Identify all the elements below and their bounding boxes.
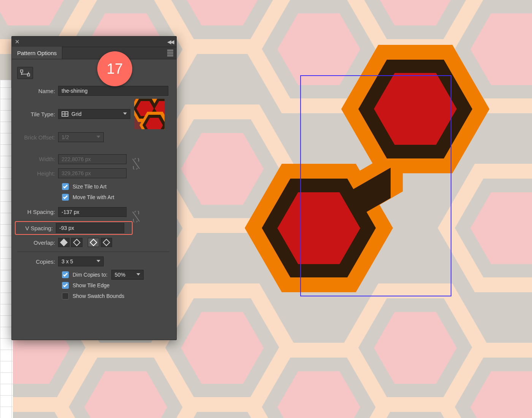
overlap-bottom-btn[interactable] bbox=[101, 238, 112, 247]
show-tile-edge-label: Show Tile Edge bbox=[73, 282, 109, 288]
brickoffset-label: Brick Offset: bbox=[17, 134, 58, 141]
tab-pattern-options[interactable]: Pattern Options bbox=[12, 47, 62, 59]
dimcopies-select[interactable]: 50% bbox=[111, 270, 144, 280]
link-broken-icon[interactable] bbox=[132, 158, 140, 171]
link-broken-icon[interactable] bbox=[132, 211, 140, 223]
vspacing-label: V Spacing: bbox=[17, 225, 56, 231]
svg-rect-0 bbox=[21, 70, 23, 72]
vspacing-input[interactable] bbox=[56, 223, 124, 233]
chevron-down-icon bbox=[123, 112, 127, 115]
show-swatch-bounds-label: Show Swatch Bounds bbox=[73, 293, 124, 299]
copies-label: Copies: bbox=[17, 258, 58, 265]
step-badge: 17 bbox=[97, 51, 132, 86]
copies-value: 3 x 5 bbox=[62, 258, 73, 264]
size-tile-label: Size Tile to Art bbox=[73, 184, 106, 190]
height-input bbox=[58, 168, 127, 178]
width-input bbox=[58, 154, 127, 164]
chevron-down-icon bbox=[136, 273, 140, 276]
pattern-swatch[interactable] bbox=[134, 99, 165, 129]
overlap-top-btn[interactable] bbox=[88, 238, 99, 247]
name-label: Name: bbox=[17, 88, 58, 94]
move-tile-label: Move Tile with Art bbox=[73, 194, 114, 200]
move-tile-checkbox[interactable]: Move Tile with Art bbox=[62, 192, 169, 203]
grid-icon bbox=[62, 111, 68, 117]
panel-menu-icon[interactable] bbox=[164, 47, 176, 59]
copies-select[interactable]: 3 x 5 bbox=[58, 256, 104, 266]
brickoffset-select: 1/2 bbox=[58, 132, 104, 142]
dimcopies-value: 50% bbox=[115, 272, 125, 278]
tiletype-select[interactable]: Grid bbox=[58, 109, 130, 119]
show-swatch-bounds-checkbox[interactable]: Show Swatch Bounds bbox=[62, 291, 169, 301]
show-tile-edge-checkbox[interactable]: Show Tile Edge bbox=[62, 280, 169, 291]
divider bbox=[17, 252, 169, 252]
tiletype-label: Tile Type: bbox=[17, 111, 58, 117]
hspacing-input[interactable] bbox=[58, 207, 127, 217]
tiletype-value: Grid bbox=[71, 111, 81, 117]
tile-edge-box bbox=[300, 75, 451, 296]
close-icon[interactable]: ✕ bbox=[12, 38, 22, 45]
overlap-left-btn[interactable] bbox=[58, 238, 70, 247]
chevron-down-icon bbox=[97, 260, 100, 262]
chevron-down-icon bbox=[97, 136, 100, 138]
artboard-grid bbox=[0, 87, 13, 418]
overlap-label: Overlap: bbox=[17, 239, 58, 246]
collapse-icon[interactable]: ◀◀ bbox=[164, 39, 176, 45]
brickoffset-value: 1/2 bbox=[62, 134, 69, 140]
dimcopies-label: Dim Copies to: bbox=[73, 272, 108, 278]
vspacing-highlight: V Spacing: bbox=[15, 221, 133, 235]
height-label: Height: bbox=[17, 170, 58, 177]
dimcopies-checkbox[interactable]: Dim Copies to: bbox=[62, 269, 108, 280]
name-input[interactable] bbox=[58, 86, 168, 96]
size-tile-checkbox[interactable]: Size Tile to Art bbox=[62, 181, 169, 192]
hspacing-label: H Spacing: bbox=[17, 209, 58, 215]
overlap-right-btn[interactable] bbox=[71, 238, 82, 247]
tile-bounds-button[interactable] bbox=[17, 67, 33, 79]
pattern-options-panel[interactable]: ✕ ◀◀ Pattern Options Name: Tile Type: bbox=[11, 36, 177, 340]
panel-titlebar[interactable]: ✕ ◀◀ bbox=[12, 36, 176, 47]
panel-tabs: Pattern Options bbox=[12, 47, 176, 59]
width-label: Width: bbox=[17, 156, 58, 162]
